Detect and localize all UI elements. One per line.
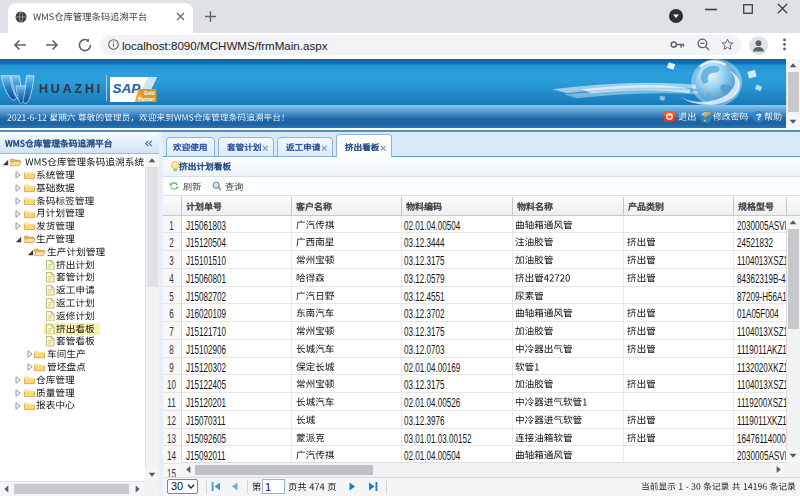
svg-text:Partner: Partner <box>138 96 154 101</box>
svg-text:Gold: Gold <box>144 90 155 95</box>
svg-text:?: ? <box>756 113 761 122</box>
